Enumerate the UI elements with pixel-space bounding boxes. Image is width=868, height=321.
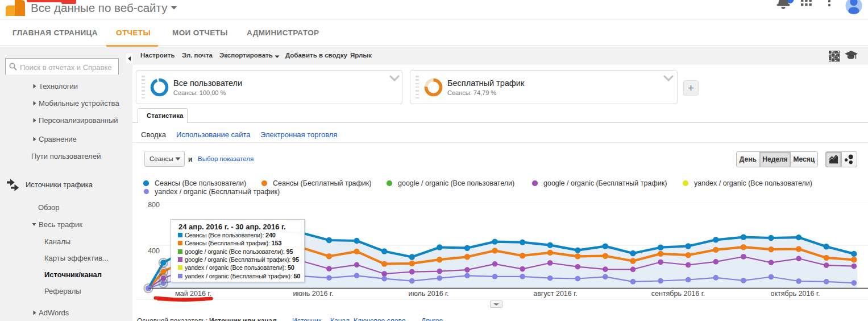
svg-text:сентябрь 2016 г.: сентябрь 2016 г. [651, 290, 705, 298]
svg-text:400: 400 [148, 247, 160, 255]
svg-text:май 2016 г.: май 2016 г. [175, 290, 211, 298]
svg-text:июнь 2016 г.: июнь 2016 г. [293, 290, 333, 298]
svg-text:октябрь 2016 г.: октябрь 2016 г. [771, 290, 820, 298]
svg-text:800: 800 [148, 201, 160, 209]
svg-text:июль 2016 г.: июль 2016 г. [408, 290, 448, 298]
svg-text:август 2016 г.: август 2016 г. [533, 290, 578, 298]
